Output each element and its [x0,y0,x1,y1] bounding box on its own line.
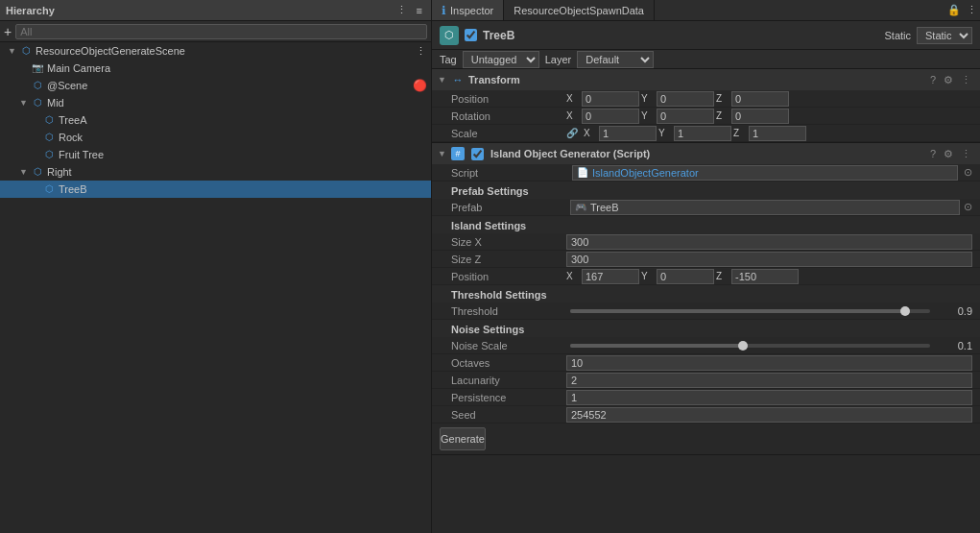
ipos-y-label: Y [641,271,655,281]
hierarchy-header-actions: ⋮ ≡ [394,3,425,17]
transform-arrow: ▼ [438,75,447,85]
tree-label-treeb: TreeB [59,183,87,195]
rotation-y-input[interactable] [657,109,714,124]
seed-input[interactable] [566,407,972,423]
main-layout: Hierarchy ⋮ ≡ + ▼ ⬡ ResourceObjectGenera… [0,0,980,533]
size-z-input[interactable] [566,252,972,267]
script-active-checkbox[interactable] [471,148,484,160]
tree-item-mid[interactable]: ▼ ⬡ Mid [0,94,431,111]
tree-label-fruittree: Fruit Tree [59,149,104,160]
rotation-z-input[interactable] [731,109,789,124]
hierarchy-add-btn[interactable]: + [4,25,12,38]
tree-label-scene: @Scene [47,80,87,91]
script-header[interactable]: ▼ # Island Object Generator (Script) ? ⚙… [432,143,980,164]
seed-row: Seed [432,406,980,424]
island-pos-x-input[interactable] [582,269,639,284]
inspector-menu-btn[interactable]: ⋮ [964,0,980,20]
transform-help-btn[interactable]: ? [927,73,939,86]
rot-z-label: Z [716,110,729,121]
tab-inspector[interactable]: ℹ Inspector [432,0,504,20]
island-pos-z-input[interactable] [731,269,799,284]
tree-item-right[interactable]: ▼ ⬡ Right [0,163,431,181]
noise-scale-slider-track[interactable] [570,344,930,348]
rotation-x-input[interactable] [582,109,639,124]
layer-label: Layer [545,54,572,65]
inspector-icon: ℹ [442,4,446,17]
tree-item-maincamera[interactable]: 📷 Main Camera [0,60,431,77]
hierarchy-more-btn[interactable]: ≡ [414,4,425,17]
transform-header[interactable]: ▼ ↔ Transform ? ⚙ ⋮ [432,69,980,90]
script-component-icon: # [451,147,465,160]
lacunarity-input[interactable] [566,373,972,388]
rotation-label: Rotation [451,110,566,122]
transform-menu-btn[interactable]: ⋮ [958,73,974,87]
prefab-file-icon: 🎮 [575,202,586,212]
size-x-row: Size X [432,233,980,251]
scale-y-input[interactable] [674,126,731,141]
script-target-btn[interactable]: ⊙ [964,166,972,179]
tag-select[interactable]: Untagged [463,51,539,68]
tree-item-fruittree[interactable]: ⬡ Fruit Tree [0,146,431,163]
object-type-icon: ⬡ [440,26,459,45]
scale-xyz: 🔗 X Y Z [566,126,972,141]
static-label: Static [884,30,911,41]
inspector-content: ⬡ TreeB Static Static Tag Untagged Layer… [432,21,980,533]
layer-select[interactable]: Default [577,51,654,68]
script-settings-btn[interactable]: ⚙ [941,147,956,161]
noise-settings-header: Noise Settings [432,320,980,337]
object-active-checkbox[interactable] [465,29,477,41]
threshold-slider-track[interactable] [570,309,930,313]
static-dropdown[interactable]: Static [917,27,972,44]
pos-z-label: Z [716,93,729,104]
prefab-target-btn[interactable]: ⊙ [964,201,972,213]
size-x-value [566,234,972,250]
tree-label-mid: Mid [47,97,64,109]
threshold-slider-thumb [900,306,910,316]
position-y-input[interactable] [657,91,714,107]
seed-label: Seed [451,409,566,421]
octaves-input[interactable] [566,355,972,371]
script-help-btn[interactable]: ? [927,147,939,160]
transform-section: ▼ ↔ Transform ? ⚙ ⋮ Position X Y [432,69,980,143]
transform-settings-btn[interactable]: ⚙ [941,73,956,87]
noise-scale-label: Noise Scale [451,340,566,351]
hierarchy-menu-btn[interactable]: ⋮ [394,3,410,17]
tree-item-rock[interactable]: ⬡ Rock [0,129,431,146]
position-row: Position X Y Z [432,90,980,108]
tree-item-root[interactable]: ▼ ⬡ ResourceObjectGenerateScene ⋮ [0,42,431,60]
gameobject-icon-rock: ⬡ [42,131,56,144]
threshold-label: Threshold [451,305,566,317]
tree-item-treea[interactable]: ⬡ TreeA [0,111,431,129]
persistence-input[interactable] [566,390,972,405]
script-name: IslandObjectGenerator [592,167,699,179]
scale-z-input[interactable] [749,126,806,141]
island-pos-y-input[interactable] [657,269,714,284]
tree-item-scene[interactable]: ⬡ @Scene 🔴 [0,77,431,94]
tab-resource-spawn[interactable]: ResourceObjectSpawnData [504,0,655,20]
script-title: Island Object Generator (Script) [490,148,923,159]
pos-y-label: Y [641,93,655,104]
noise-scale-slider-thumb [738,341,748,351]
tree-arrow-root: ▼ [8,46,19,56]
position-x-input[interactable] [582,91,639,107]
scene-icon: ⬡ [19,44,33,58]
script-menu-btn[interactable]: ⋮ [958,147,974,161]
inspector-lock-btn[interactable]: 🔒 [944,0,964,20]
script-field-label: Script [451,167,566,179]
tree-action-menu[interactable]: ⋮ [413,44,429,59]
tree-actions-root: ⋮ [413,44,429,59]
tree-item-treeb[interactable]: ⬡ TreeB [0,181,431,198]
persistence-label: Persistence [451,392,566,403]
generate-button[interactable]: Generate [440,427,486,450]
prefab-settings-header: Prefab Settings [432,182,980,199]
size-x-input[interactable] [566,234,972,250]
rotation-xyz: X Y Z [566,109,972,124]
tree-label-rock: Rock [59,132,83,143]
position-xyz: X Y Z [566,91,972,107]
hierarchy-search-input[interactable] [15,24,427,39]
ipos-z-label: Z [716,271,729,281]
position-z-input[interactable] [731,91,789,107]
prefab-field-label: Prefab [451,202,566,213]
transform-btns: ? ⚙ ⋮ [927,73,974,87]
scale-x-input[interactable] [599,126,657,141]
